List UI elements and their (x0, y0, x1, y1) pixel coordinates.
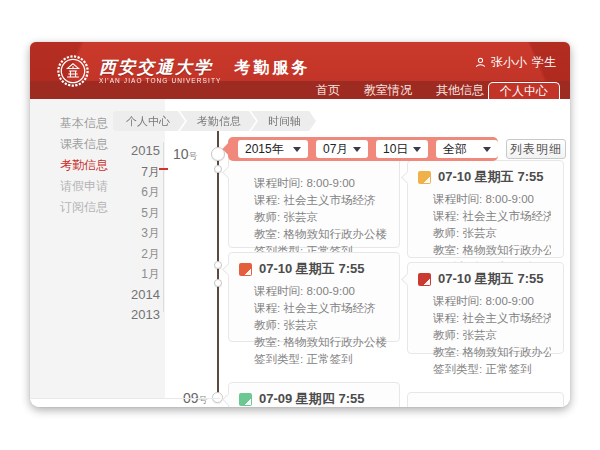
course-field: 课程: 社会主义市场经济 (433, 310, 551, 327)
nav-item-classrooms[interactable]: 教室情况 (364, 82, 412, 99)
year-select-value: 2015年 (245, 141, 284, 158)
day-select[interactable]: 10日 (376, 140, 428, 158)
course-field: 课程: 社会主义市场经济 (433, 208, 551, 225)
timeline-month-march[interactable]: 3月 (70, 223, 160, 244)
main-nav: 首页 教室情况 其他信息 (316, 81, 484, 99)
type-select[interactable]: 全部 (436, 140, 498, 158)
chevron-down-icon (293, 147, 301, 152)
timeline-month-january[interactable]: 1月 (70, 264, 160, 285)
active-month-marker (159, 168, 168, 170)
calendar-check-icon (418, 171, 431, 184)
course-time-field: 课程时间: 8:00-9:00 (254, 283, 387, 300)
attendance-card (407, 392, 564, 407)
university-name-cn: 西安交通大学 (99, 58, 221, 77)
breadcrumb: 个人中心 考勤信息 时间轴 (113, 111, 316, 131)
timeline-month-may[interactable]: 5月 (70, 203, 160, 224)
month-select-value: 07月 (323, 141, 348, 158)
signin-type-field: 签到类型: 正常签到 (254, 351, 387, 368)
day-suffix: 号 (189, 151, 198, 161)
person-icon (475, 57, 486, 68)
timeline-year-nav: 2015 7月 6月 5月 3月 2月 1月 2014 2013 (70, 141, 160, 326)
university-name-en: XI'AN JIAO TONG UNIVERSITY (99, 77, 221, 84)
day-marker-10: 10号 (173, 145, 198, 163)
calendar-check-icon (239, 263, 252, 276)
content-area: 基本信息 课表信息 考勤信息 请假申请 订阅信息 个人中心 考勤信息 时间轴 2… (30, 99, 570, 407)
chevron-down-icon (413, 147, 421, 152)
breadcrumb-timeline[interactable]: 时间轴 (251, 111, 316, 131)
teacher-field: 教师: 张芸京 (433, 327, 551, 344)
university-logo-icon (56, 54, 90, 88)
course-time-field: 课程时间: 8:00-9:00 (433, 191, 551, 208)
course-field: 课程: 社会主义市场经济 (254, 192, 387, 209)
attendance-card: 07-10 星期五 7:55 课程时间: 8:00-9:00 课程: 社会主义市… (228, 252, 400, 342)
classroom-field: 教室: 格物致知行政办公楼 (433, 242, 551, 259)
type-select-value: 全部 (443, 141, 467, 158)
course-time-field: 课程时间: 8:00-9:00 (254, 175, 387, 192)
timeline-month-june[interactable]: 6月 (70, 182, 160, 203)
user-account[interactable]: 张小小 学生 (475, 54, 556, 71)
teacher-field: 教师: 张芸京 (254, 209, 387, 226)
content-bottom-divider (30, 398, 220, 399)
chevron-down-icon (483, 147, 491, 152)
timeline-node (214, 261, 222, 269)
app-title: 考勤服务 (234, 58, 310, 85)
day-suffix: 号 (199, 395, 208, 405)
timeline-month-february[interactable]: 2月 (70, 244, 160, 265)
course-time-field: 课程时间: 8:00-9:00 (433, 293, 551, 310)
timeline-year-2015[interactable]: 2015 (70, 141, 160, 162)
nav-tab-personal-center[interactable]: 个人中心 (488, 82, 560, 99)
list-detail-button[interactable]: 列表明细 (506, 139, 566, 159)
calendar-check-icon (239, 393, 252, 406)
day-select-value: 10日 (383, 141, 408, 158)
year-select[interactable]: 2015年 (238, 140, 308, 158)
attendance-card: 课程时间: 8:00-9:00 课程: 社会主义市场经济 教师: 张芸京 教室:… (228, 155, 400, 248)
timeline-node (214, 279, 222, 287)
card-date: 07-10 星期五 7:55 (259, 260, 365, 278)
calendar-check-icon (418, 273, 431, 286)
user-role: 学生 (532, 54, 556, 71)
timeline-node (214, 165, 222, 173)
attendance-card: 07-10 星期五 7:55 课程时间: 8:00-9:00 课程: 社会主义市… (407, 160, 564, 258)
month-select[interactable]: 07月 (316, 140, 368, 158)
timeline-year-2014[interactable]: 2014 (70, 285, 160, 306)
classroom-field: 教室: 格物致知行政办公楼 (254, 226, 387, 243)
user-name: 张小小 (491, 54, 527, 71)
date-filter-bar: 2015年 07月 10日 全部 (228, 137, 498, 161)
timeline-month-july[interactable]: 7月 (70, 162, 160, 183)
card-date: 07-10 星期五 7:55 (438, 168, 544, 186)
nav-item-home[interactable]: 首页 (316, 82, 340, 99)
card-date: 07-09 星期四 7:55 (259, 390, 365, 407)
chevron-down-icon (353, 147, 361, 152)
day-number: 10 (173, 146, 189, 162)
nav-item-other-info[interactable]: 其他信息 (436, 82, 484, 99)
teacher-field: 教师: 张芸京 (254, 317, 387, 334)
brand-block: 西安交通大学 XI'AN JIAO TONG UNIVERSITY 考勤服务 (56, 54, 310, 88)
timeline-year-2013[interactable]: 2013 (70, 305, 160, 326)
card-date: 07-10 星期五 7:55 (438, 270, 544, 288)
classroom-field: 教室: 格物致知行政办公楼 (433, 344, 551, 361)
attendance-card: 07-10 星期五 7:55 课程时间: 8:00-9:00 课程: 社会主义市… (407, 262, 564, 354)
breadcrumb-attendance-info[interactable]: 考勤信息 (180, 111, 256, 131)
attendance-card: 07-09 星期四 7:55 (228, 382, 400, 407)
classroom-field: 教室: 格物致知行政办公楼 (254, 334, 387, 351)
teacher-field: 教师: 张芸京 (433, 225, 551, 242)
app-window: 西安交通大学 XI'AN JIAO TONG UNIVERSITY 考勤服务 张… (30, 42, 570, 407)
signin-type-field: 签到类型: 正常签到 (433, 361, 551, 378)
course-field: 课程: 社会主义市场经济 (254, 300, 387, 317)
breadcrumb-personal-center[interactable]: 个人中心 (113, 111, 185, 131)
